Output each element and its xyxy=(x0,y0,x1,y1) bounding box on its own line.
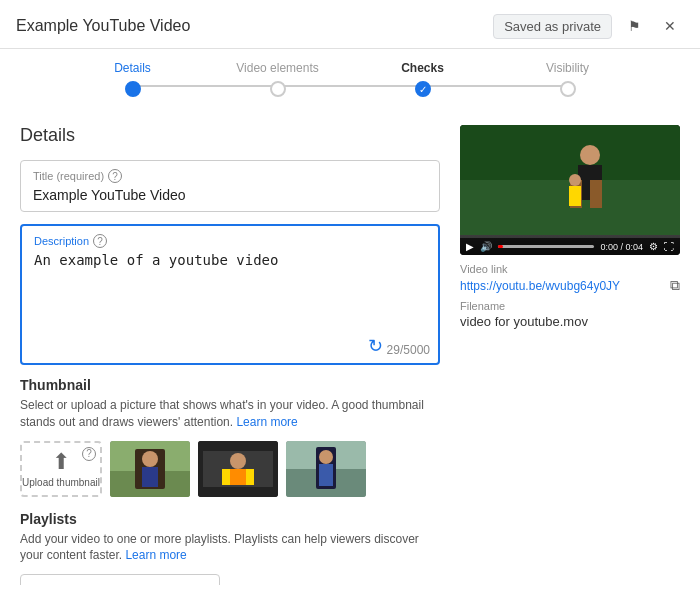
main-content: Details Title (required) ? Description ?… xyxy=(0,109,700,585)
thumbnail-row: ? ⬆ Upload thumbnail xyxy=(20,441,440,497)
details-section-title: Details xyxy=(20,125,440,146)
title-field-label: Title (required) ? xyxy=(33,169,427,183)
select-label: Select xyxy=(33,583,72,585)
step-details-label: Details xyxy=(114,61,151,75)
thumbnail-learn-more[interactable]: Learn more xyxy=(236,415,297,429)
svg-point-13 xyxy=(319,450,333,464)
thumbnail-option-3[interactable] xyxy=(286,441,366,497)
progress-fill xyxy=(498,245,503,248)
step-video-elements-line xyxy=(278,85,423,87)
step-details-line xyxy=(133,85,278,87)
video-link-anchor[interactable]: https://youtu.be/wvubg64y0JY xyxy=(460,279,620,293)
thumbnail-desc: Select or upload a picture that shows wh… xyxy=(20,397,440,431)
close-button[interactable]: ✕ xyxy=(656,12,684,40)
description-field-group: Description ? An example of a youtube vi… xyxy=(20,224,440,365)
step-visibility[interactable]: Visibility xyxy=(495,61,640,97)
video-player: ▶ 🔊 0:00 / 0:04 ⚙ ⛶ xyxy=(460,125,680,255)
description-field-label: Description ? xyxy=(34,234,426,248)
video-link-label: Video link xyxy=(460,263,680,275)
playlists-desc: Add your video to one or more playlists.… xyxy=(20,531,440,565)
description-input[interactable]: An example of a youtube video xyxy=(34,252,426,332)
left-column: Details Title (required) ? Description ?… xyxy=(20,125,440,569)
thumbnail-option-1[interactable] xyxy=(110,441,190,497)
settings-icon[interactable]: ⚙ xyxy=(649,241,658,252)
copy-icon[interactable]: ⧉ xyxy=(670,277,680,294)
svg-point-7 xyxy=(230,453,246,469)
svg-point-3 xyxy=(142,451,158,467)
video-controls: ▶ 🔊 0:00 / 0:04 ⚙ ⛶ xyxy=(460,238,680,255)
upload-thumbnail-button[interactable]: ? ⬆ Upload thumbnail xyxy=(20,441,102,497)
refresh-icon[interactable]: ↻ xyxy=(368,335,383,357)
title-input[interactable] xyxy=(33,187,427,203)
steps-nav: Details Video elements Checks ✓ Visibili… xyxy=(0,49,700,109)
description-help-icon[interactable]: ? xyxy=(93,234,107,248)
playlists-select-wrapper: Select ▼ xyxy=(20,574,220,585)
header-actions: Saved as private ⚑ ✕ xyxy=(493,12,684,40)
header: Example YouTube Video Saved as private ⚑… xyxy=(0,0,700,49)
progress-bar[interactable] xyxy=(498,245,594,248)
page-title: Example YouTube Video xyxy=(16,17,190,35)
step-video-elements-circle xyxy=(270,81,286,97)
svg-rect-22 xyxy=(569,186,581,206)
thumbnail-option-2[interactable] xyxy=(198,441,278,497)
upload-icon: ⬆ xyxy=(52,449,70,475)
filename-label: Filename xyxy=(460,300,680,312)
step-video-elements[interactable]: Video elements xyxy=(205,61,350,97)
play-button[interactable]: ▶ xyxy=(466,241,474,252)
video-scene xyxy=(460,125,680,255)
step-details-circle xyxy=(125,81,141,97)
right-column: ▶ 🔊 0:00 / 0:04 ⚙ ⛶ Video link https://y… xyxy=(460,125,680,569)
svg-rect-9 xyxy=(230,469,246,485)
thumbnail-title: Thumbnail xyxy=(20,377,440,393)
svg-rect-14 xyxy=(319,464,333,486)
step-visibility-label: Visibility xyxy=(546,61,589,75)
step-details[interactable]: Details xyxy=(60,61,205,97)
svg-rect-4 xyxy=(142,467,158,487)
time-display: 0:00 / 0:04 xyxy=(600,242,643,252)
svg-point-17 xyxy=(580,145,600,165)
video-info: Video link https://youtu.be/wvubg64y0JY … xyxy=(460,263,680,329)
fullscreen-icon[interactable]: ⛶ xyxy=(664,241,674,252)
filename-value: video for youtube.mov xyxy=(460,314,680,329)
title-help-icon[interactable]: ? xyxy=(108,169,122,183)
upload-label: Upload thumbnail xyxy=(22,477,100,488)
thumbnail-section: Thumbnail Select or upload a picture tha… xyxy=(20,377,440,497)
playlists-learn-more[interactable]: Learn more xyxy=(125,548,186,562)
flag-button[interactable]: ⚑ xyxy=(620,12,648,40)
step-visibility-circle xyxy=(560,81,576,97)
video-link-row: https://youtu.be/wvubg64y0JY ⧉ xyxy=(460,277,680,294)
chevron-down-icon: ▼ xyxy=(195,584,207,585)
upload-help-icon[interactable]: ? xyxy=(82,447,96,461)
step-checks[interactable]: Checks ✓ xyxy=(350,61,495,97)
title-field-group: Title (required) ? xyxy=(20,160,440,212)
step-video-elements-label: Video elements xyxy=(236,61,319,75)
step-checks-label: Checks xyxy=(401,61,444,75)
playlists-section: Playlists Add your video to one or more … xyxy=(20,511,440,585)
char-count: 29/5000 xyxy=(387,343,430,357)
playlists-select[interactable]: Select ▼ xyxy=(20,574,220,585)
svg-point-21 xyxy=(569,174,581,186)
playlists-title: Playlists xyxy=(20,511,440,527)
step-checks-line xyxy=(423,85,568,87)
step-checks-circle: ✓ xyxy=(415,81,431,97)
volume-icon[interactable]: 🔊 xyxy=(480,241,492,252)
saved-badge: Saved as private xyxy=(493,14,612,39)
svg-rect-20 xyxy=(590,180,602,208)
